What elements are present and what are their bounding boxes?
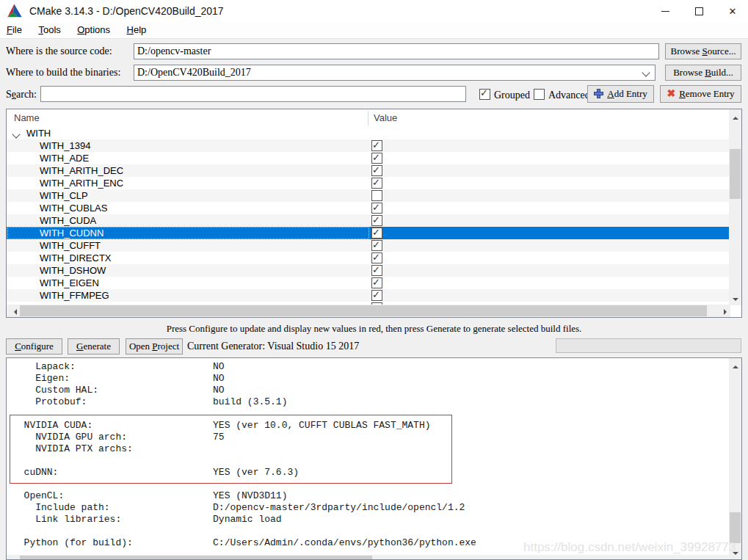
open-project-button[interactable]: Open Project (126, 338, 183, 354)
value-checkbox[interactable] (371, 178, 382, 189)
scroll-left-icon[interactable] (7, 305, 19, 317)
table-row[interactable]: WITH_CUDNN (7, 227, 729, 239)
table-row[interactable]: WITH_ARITH_ENC (7, 177, 729, 189)
remove-entry-label: Remove Entry (679, 88, 734, 99)
menu-tools[interactable]: Tools (32, 22, 67, 35)
grouped-checkbox-box[interactable] (479, 89, 490, 100)
table-row[interactable]: WITH_DIRECTX (7, 252, 729, 264)
table-row[interactable]: WITH_FFMPEG (7, 289, 729, 302)
maximize-icon (695, 7, 703, 15)
title-bar: CMake 3.14.3 - D:/OpenCV420Build_2017 ✕ (0, 0, 748, 22)
variable-name: WITH_CLP (7, 189, 729, 202)
progress-bar (556, 338, 741, 353)
output-log[interactable]: Lapack: NO Eigen: NO Custom HAL: NO Prot… (6, 357, 742, 560)
cuda-highlight-box (10, 415, 452, 484)
build-path-label: Where to build the binaries: (6, 67, 120, 79)
log-scroll-up-icon[interactable] (729, 358, 741, 371)
configure-hint-text: Press Configure to update and display ne… (0, 323, 748, 335)
browse-source-button[interactable]: Browse Source... (665, 43, 741, 59)
advanced-checkbox[interactable]: Advanced (534, 88, 590, 101)
value-checkbox[interactable] (371, 228, 382, 239)
log-hscroll-thumb[interactable] (20, 556, 372, 560)
search-input[interactable] (40, 86, 466, 102)
chevron-down-icon[interactable] (642, 68, 650, 76)
variable-name: WITH_DIRECTX (7, 252, 729, 264)
source-path-input[interactable]: D:/opencv-master (134, 43, 659, 59)
variable-name: WITH_CUBLAS (7, 202, 729, 214)
value-checkbox[interactable] (371, 165, 382, 176)
generate-button[interactable]: Generate (68, 338, 120, 354)
watermark-text: https://blog.csdn.net/weixin_39928773 (523, 540, 736, 555)
window-title: CMake 3.14.3 - D:/OpenCV420Build_2017 (29, 5, 224, 17)
menu-file[interactable]: File (0, 22, 29, 35)
group-label: WITH (7, 127, 729, 139)
add-entry-label: Add Entry (607, 88, 647, 99)
advanced-label: Advanced (548, 90, 590, 101)
table-header: Name Value (7, 109, 729, 128)
grouped-label: Grouped (494, 90, 530, 101)
tree-rows: WITHWITH_1394WITH_ADEWITH_ARITH_DECWITH_… (7, 127, 729, 305)
variable-name: WITH_EIGEN (7, 277, 729, 289)
column-header-name[interactable]: Name (14, 112, 40, 123)
advanced-checkbox-box[interactable] (534, 89, 545, 100)
value-checkbox[interactable] (371, 252, 382, 263)
table-row[interactable]: WITH_CUDA (7, 214, 729, 227)
value-checkbox[interactable] (371, 140, 382, 151)
menu-options[interactable]: Options (70, 22, 117, 35)
table-vscrollbar[interactable] (729, 109, 741, 305)
value-checkbox[interactable] (371, 215, 382, 226)
configure-button[interactable]: Configure (6, 338, 62, 354)
column-header-value[interactable]: Value (374, 112, 397, 123)
value-checkbox[interactable] (371, 290, 382, 301)
table-group-row[interactable]: WITH (7, 127, 729, 139)
table-row[interactable]: WITH_1394 (7, 139, 729, 152)
table-row[interactable]: WITH_CUBLAS (7, 202, 729, 214)
scroll-right-icon[interactable] (718, 305, 730, 317)
column-divider[interactable] (368, 111, 368, 126)
value-checkbox[interactable] (371, 240, 382, 251)
value-checkbox[interactable] (371, 153, 382, 164)
minimize-icon (661, 11, 669, 12)
variable-name: WITH_1394 (7, 139, 729, 152)
table-row[interactable]: WITH_ADE (7, 152, 729, 164)
log-hscrollbar[interactable] (7, 555, 730, 560)
cmake-window: CMake 3.14.3 - D:/OpenCV420Build_2017 ✕ … (0, 0, 748, 560)
remove-entry-button[interactable]: ✖Remove Entry (660, 85, 741, 103)
table-hscroll-thumb[interactable] (20, 305, 707, 316)
table-row[interactable]: WITH_EIGEN (7, 277, 729, 289)
build-path-combobox[interactable]: D:/OpenCV420Build_2017 (134, 65, 656, 81)
value-checkbox[interactable] (371, 277, 382, 288)
value-checkbox[interactable] (371, 265, 382, 276)
scroll-up-icon[interactable] (729, 109, 741, 122)
table-row[interactable]: WITH_CUFFT (7, 239, 729, 252)
x-icon: ✖ (667, 88, 675, 99)
plus-icon (594, 89, 603, 98)
maximize-button[interactable] (683, 0, 715, 22)
log-vscroll-thumb[interactable] (730, 512, 741, 543)
close-icon: ✕ (729, 6, 737, 17)
source-path-label: Where is the source code: (6, 46, 112, 57)
grouped-checkbox[interactable]: Grouped (479, 88, 530, 101)
value-checkbox[interactable] (371, 190, 382, 201)
value-checkbox[interactable] (371, 203, 382, 214)
search-label: Search: (6, 89, 37, 101)
selection-focus-rect (7, 227, 369, 239)
table-row[interactable]: WITH_CLP (7, 189, 729, 202)
table-row[interactable]: WITH_DSHOW (7, 264, 729, 277)
table-row[interactable]: WITH_ARITH_DEC (7, 164, 729, 177)
browse-build-button[interactable]: Browse Build... (665, 65, 741, 81)
variable-name: WITH_ADE (7, 152, 729, 164)
log-vscrollbar[interactable] (729, 358, 741, 559)
add-entry-button[interactable]: Add Entry (587, 85, 654, 103)
variable-name: WITH_FFMPEG (7, 289, 729, 302)
cmake-logo-icon (7, 3, 23, 19)
current-generator-text: Current Generator: Visual Studio 15 2017 (187, 341, 359, 352)
scroll-down-icon[interactable] (729, 293, 741, 305)
variables-table: Name Value WITHWITH_1394WITH_ADEWITH_ARI… (6, 109, 742, 318)
minimize-button[interactable] (649, 0, 681, 22)
table-hscrollbar[interactable] (7, 305, 730, 317)
close-button[interactable]: ✕ (716, 0, 748, 22)
variable-name: WITH_CUDA (7, 214, 729, 227)
table-vscroll-thumb[interactable] (730, 149, 741, 199)
menu-help[interactable]: Help (120, 22, 153, 35)
